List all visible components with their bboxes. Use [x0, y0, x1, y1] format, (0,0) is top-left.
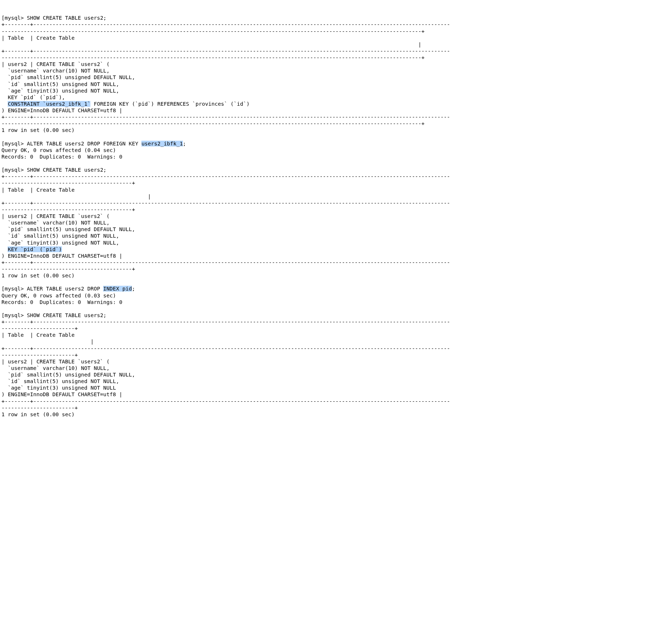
mysql-prompt: mysql> — [5, 141, 27, 147]
create-table-line: `pid` smallint(5) unsigned DEFAULT NULL, — [1, 226, 135, 232]
sql-command[interactable]: ; — [183, 141, 186, 147]
create-table-line: ) ENGINE=InnoDB DEFAULT CHARSET=utf8 | — [1, 391, 122, 397]
table-border: -----------------------+ — [1, 352, 78, 358]
create-table-line: `age` tinyint(3) unsigned NOT NULL, — [1, 240, 119, 246]
create-table-line — [1, 101, 8, 107]
table-border: +--------+------------------------------… — [1, 22, 450, 27]
table-border: ----------------------------------------… — [1, 121, 425, 126]
query-ok: Query OK, 0 rows affected (0.04 sec) — [1, 147, 116, 153]
result-rows: 1 row in set (0.00 sec) — [1, 273, 75, 278]
create-table-line: `username` varchar(10) NOT NULL, — [1, 365, 110, 371]
table-border: +--------+------------------------------… — [1, 48, 450, 54]
create-table-line: | users2 | CREATE TABLE `users2` ( — [1, 213, 110, 219]
create-table-line: `id` smallint(5) unsigned NOT NULL, — [1, 378, 119, 384]
mysql-prompt: mysql> — [5, 167, 27, 173]
table-border: +--------+------------------------------… — [1, 319, 450, 325]
create-table-line: `id` smallint(5) unsigned NOT NULL, — [1, 233, 119, 239]
table-border: ----------------------------------------… — [1, 180, 135, 186]
sql-command[interactable]: SHOW CREATE TABLE users2; — [27, 15, 106, 21]
table-border: ----------------------------------------… — [1, 55, 425, 61]
table-border: -----------------------+ — [1, 325, 78, 331]
create-table-line: `pid` smallint(5) unsigned DEFAULT NULL, — [1, 74, 135, 80]
table-border: +--------+------------------------------… — [1, 346, 450, 351]
table-border: +--------+------------------------------… — [1, 114, 450, 120]
create-table-line: `username` varchar(10) NOT NULL, — [1, 68, 110, 74]
query-records: Records: 0 Duplicates: 0 Warnings: 0 — [1, 299, 122, 305]
create-table-line: FOREIGN KEY (`pid`) REFERENCES `province… — [90, 101, 250, 107]
create-table-line: | users2 | CREATE TABLE `users2` ( — [1, 359, 110, 364]
table-header: | Table | Create Table — [1, 187, 75, 193]
table-header: | — [1, 194, 151, 199]
table-header: | — [1, 339, 94, 344]
fk-name-highlight: users2_ibfk_1 — [141, 141, 183, 147]
sql-command[interactable]: ALTER TABLE users2 DROP — [27, 286, 103, 292]
create-table-line — [1, 246, 8, 252]
table-header: | Table | Create Table — [1, 332, 75, 338]
prompt-bracket: [ — [1, 167, 5, 173]
index-highlight: INDEX pid — [103, 286, 132, 292]
create-table-line: `username` varchar(10) NOT NULL, — [1, 220, 110, 226]
sql-command[interactable]: SHOW CREATE TABLE users2; — [27, 167, 106, 173]
create-table-line: `age` tinyint(3) unsigned NOT NULL — [1, 385, 116, 391]
create-table-line: ) ENGINE=InnoDB DEFAULT CHARSET=utf8 | — [1, 253, 122, 259]
key-highlight: KEY `pid` (`pid`) — [8, 246, 62, 252]
table-border: ----------------------------------------… — [1, 28, 425, 34]
prompt-bracket: [ — [1, 286, 5, 292]
create-table-line: KEY `pid` (`pid`), — [1, 94, 65, 100]
query-ok: Query OK, 0 rows affected (0.03 sec) — [1, 293, 116, 299]
prompt-bracket: [ — [1, 141, 5, 147]
query-records: Records: 0 Duplicates: 0 Warnings: 0 — [1, 154, 122, 160]
create-table-line: ) ENGINE=InnoDB DEFAULT CHARSET=utf8 | — [1, 108, 122, 113]
table-border: +--------+------------------------------… — [1, 260, 450, 265]
table-border: ----------------------------------------… — [1, 266, 135, 272]
create-table-line: | users2 | CREATE TABLE `users2` ( — [1, 61, 110, 67]
constraint-highlight: CONSTRAINT `users2_ibfk_1` — [8, 101, 90, 107]
table-header: | — [1, 42, 421, 47]
table-header: | Table | Create Table — [1, 35, 75, 41]
mysql-prompt: mysql> — [5, 15, 27, 21]
sql-command[interactable]: ALTER TABLE users2 DROP FOREIGN KEY — [27, 141, 141, 147]
result-rows: 1 row in set (0.00 sec) — [1, 411, 75, 417]
sql-command[interactable]: ; — [132, 286, 135, 292]
create-table-line: `id` smallint(5) unsigned NOT NULL, — [1, 81, 119, 87]
table-border: -----------------------+ — [1, 405, 78, 411]
create-table-line: `pid` smallint(5) unsigned DEFAULT NULL, — [1, 372, 135, 378]
table-border: ----------------------------------------… — [1, 207, 135, 212]
result-rows: 1 row in set (0.00 sec) — [1, 127, 75, 133]
prompt-bracket: [ — [1, 312, 5, 318]
table-border: +--------+------------------------------… — [1, 173, 450, 179]
mysql-prompt: mysql> — [5, 312, 27, 318]
create-table-line: `age` tinyint(3) unsigned NOT NULL, — [1, 88, 119, 94]
mysql-prompt: mysql> — [5, 286, 27, 292]
table-border: +--------+------------------------------… — [1, 398, 450, 404]
table-border: +--------+------------------------------… — [1, 200, 450, 206]
sql-command[interactable]: SHOW CREATE TABLE users2; — [27, 312, 106, 318]
prompt-bracket: [ — [1, 15, 5, 21]
